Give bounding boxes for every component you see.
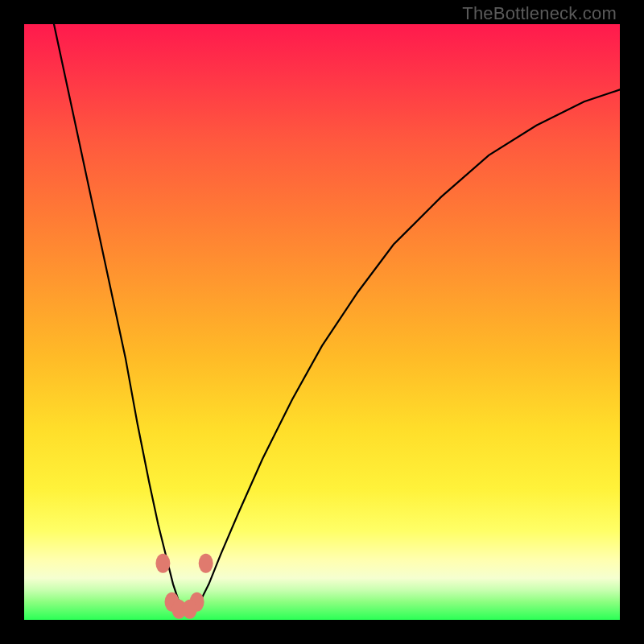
chart-svg [24,24,620,620]
bottleneck-curve [54,24,620,608]
curve-marker [183,600,197,619]
watermark-text: TheBottleneck.com [462,3,617,24]
curve-marker [199,554,213,573]
chart-frame [24,24,620,620]
curve-marker [155,554,170,573]
curve-markers [155,554,213,619]
